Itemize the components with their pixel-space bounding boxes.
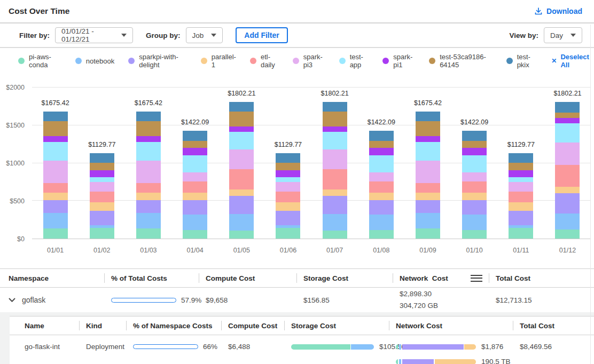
bar-segment-spark-pi1[interactable]: [136, 136, 161, 141]
bar-segment-parallel-1[interactable]: [323, 189, 347, 196]
bar-segment-pi-aws-conda[interactable]: [229, 231, 254, 239]
stacked-bar-01/08[interactable]: [369, 131, 394, 239]
bar-segment-notebook[interactable]: [43, 213, 68, 228]
bar-segment-pi-aws-conda[interactable]: [183, 230, 207, 239]
bar-segment-sparkpi-with-delight[interactable]: [276, 211, 300, 225]
column-header-total-cost[interactable]: Total Cost: [489, 269, 585, 287]
bar-segment-pi-aws-conda[interactable]: [136, 228, 161, 239]
bar-segment-spark-pi1[interactable]: [509, 170, 533, 177]
bar-segment-pi-aws-conda[interactable]: [43, 228, 68, 239]
legend-item-spark-pi1[interactable]: spark-pi1: [382, 53, 415, 69]
bar-segment-spark-pi1[interactable]: [43, 136, 68, 141]
legend-item-test-app[interactable]: test-app: [339, 53, 369, 69]
bar-segment-parallel-1[interactable]: [416, 193, 440, 200]
legend-item-notebook[interactable]: notebook: [75, 57, 115, 65]
stacked-bar-01/01[interactable]: [43, 112, 68, 239]
bar-segment-test-pkix[interactable]: [90, 153, 114, 163]
stacked-bar-01/03[interactable]: [136, 112, 161, 239]
bar-segment-test-pkix[interactable]: [555, 102, 580, 113]
stacked-bar-01/09[interactable]: [416, 112, 440, 239]
bar-segment-notebook[interactable]: [183, 215, 207, 230]
bar-segment-etl-daily[interactable]: [509, 192, 533, 203]
bar-segment-test-app[interactable]: [183, 155, 207, 172]
bar-segment-parallel-1[interactable]: [183, 193, 207, 200]
bar-segment-test-53ca9186-64145[interactable]: [136, 121, 161, 136]
column-header-storage-cost[interactable]: Storage Cost: [284, 316, 389, 335]
bar-segment-etl-daily[interactable]: [90, 192, 114, 203]
bar-segment-spark-pi3[interactable]: [43, 161, 68, 183]
bar-segment-parallel-1[interactable]: [509, 202, 533, 210]
column-header-network-cost[interactable]: Network Cost: [389, 316, 513, 335]
bar-segment-pi-aws-conda[interactable]: [416, 228, 440, 239]
bar-segment-parallel-1[interactable]: [90, 202, 114, 210]
bar-segment-spark-pi1[interactable]: [90, 170, 114, 177]
bar-segment-notebook[interactable]: [462, 215, 487, 230]
bar-segment-etl-daily[interactable]: [323, 169, 347, 189]
stacked-bar-01/05[interactable]: [229, 102, 254, 239]
stacked-bar-01/10[interactable]: [462, 131, 487, 239]
bar-segment-test-53ca9186-64145[interactable]: [90, 163, 114, 170]
bar-segment-etl-daily[interactable]: [183, 181, 207, 193]
legend-item-test-pkix[interactable]: test-pkix: [506, 53, 537, 69]
bar-segment-spark-pi3[interactable]: [369, 172, 394, 181]
bar-segment-test-pkix[interactable]: [136, 112, 161, 121]
column-header--of-total-costs[interactable]: % of Total Costs: [104, 269, 199, 287]
bar-segment-sparkpi-with-delight[interactable]: [555, 193, 580, 213]
bar-segment-spark-pi1[interactable]: [183, 148, 207, 155]
bar-segment-notebook[interactable]: [369, 215, 394, 230]
bar-segment-spark-pi3[interactable]: [509, 182, 533, 192]
bar-segment-etl-daily[interactable]: [229, 169, 254, 189]
legend-item-pi-aws-conda[interactable]: pi-aws-conda: [18, 53, 61, 69]
bar-segment-etl-daily[interactable]: [416, 183, 440, 193]
bar-segment-sparkpi-with-delight[interactable]: [229, 196, 254, 214]
bar-segment-test-app[interactable]: [462, 155, 487, 172]
bar-segment-sparkpi-with-delight[interactable]: [509, 211, 533, 225]
bar-segment-test-pkix[interactable]: [43, 112, 68, 121]
bar-segment-spark-pi3[interactable]: [183, 172, 207, 181]
bar-segment-test-app[interactable]: [323, 132, 347, 149]
legend-item-etl-daily[interactable]: etl-daily: [250, 53, 279, 69]
bar-segment-pi-aws-conda[interactable]: [90, 228, 114, 239]
bar-segment-test-53ca9186-64145[interactable]: [416, 121, 440, 136]
bar-segment-parallel-1[interactable]: [369, 193, 394, 200]
bar-segment-spark-pi3[interactable]: [323, 149, 347, 170]
bar-segment-test-53ca9186-64145[interactable]: [462, 141, 487, 148]
bar-segment-notebook[interactable]: [323, 214, 347, 230]
bar-segment-sparkpi-with-delight[interactable]: [183, 200, 207, 215]
date-range-select[interactable]: 01/01/21 - 01/12/21: [55, 27, 133, 43]
bar-segment-sparkpi-with-delight[interactable]: [90, 211, 114, 225]
deselect-all-button[interactable]: ✕ Deselect All: [551, 53, 594, 69]
stacked-bar-01/02[interactable]: [90, 153, 114, 239]
bar-segment-parallel-1[interactable]: [43, 193, 68, 200]
bar-segment-test-app[interactable]: [90, 177, 114, 182]
bar-segment-etl-daily[interactable]: [43, 183, 68, 193]
column-header-name[interactable]: Name: [10, 316, 79, 335]
bar-segment-sparkpi-with-delight[interactable]: [323, 196, 347, 214]
legend-item-sparkpi-with-delight[interactable]: sparkpi-with-delight: [128, 53, 186, 69]
bar-segment-test-pkix[interactable]: [369, 131, 394, 141]
bar-segment-test-53ca9186-64145[interactable]: [229, 112, 254, 126]
bar-segment-sparkpi-with-delight[interactable]: [462, 200, 487, 215]
view-by-select[interactable]: Day: [544, 27, 582, 43]
legend-item-spark-pi3[interactable]: spark-pi3: [293, 53, 325, 69]
bar-segment-test-app[interactable]: [416, 142, 440, 161]
bar-segment-pi-aws-conda[interactable]: [509, 228, 533, 239]
bar-segment-etl-daily[interactable]: [369, 181, 394, 193]
bar-segment-pi-aws-conda[interactable]: [323, 231, 347, 239]
bar-segment-notebook[interactable]: [416, 213, 440, 228]
bar-segment-spark-pi1[interactable]: [323, 126, 347, 132]
bar-segment-sparkpi-with-delight[interactable]: [43, 200, 68, 213]
group-by-select[interactable]: Job: [186, 27, 223, 43]
bar-segment-pi-aws-conda[interactable]: [555, 230, 580, 239]
bar-segment-spark-pi1[interactable]: [276, 170, 300, 177]
bar-segment-test-app[interactable]: [509, 177, 533, 182]
namespace-expand-toggle[interactable]: goflask: [9, 296, 104, 304]
column-header-namespace[interactable]: Namespace: [9, 269, 104, 287]
bar-segment-notebook[interactable]: [136, 213, 161, 228]
bar-segment-spark-pi1[interactable]: [462, 148, 487, 155]
column-header-kind[interactable]: Kind: [79, 316, 126, 335]
bar-segment-test-app[interactable]: [43, 142, 68, 161]
add-filter-button[interactable]: Add Filter: [236, 27, 287, 43]
scroll-track[interactable]: [590, 25, 591, 364]
bar-segment-test-pkix[interactable]: [509, 153, 533, 163]
